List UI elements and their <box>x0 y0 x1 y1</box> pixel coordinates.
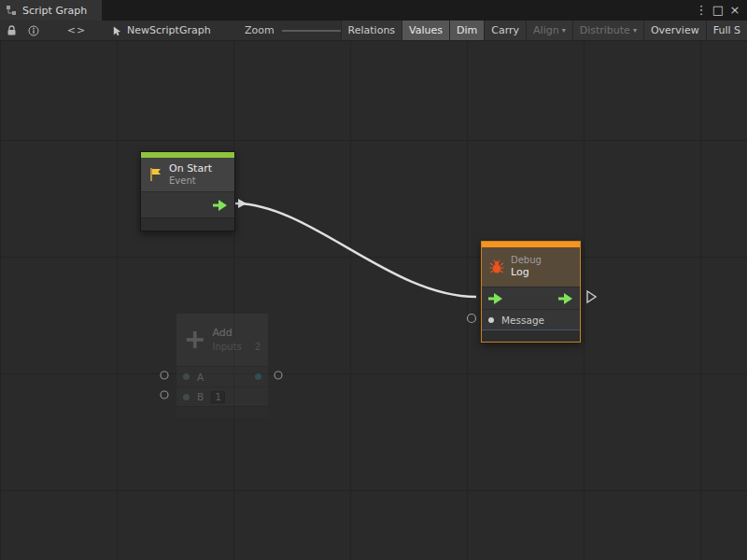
result-output-port-icon[interactable] <box>255 373 261 380</box>
message-port-socket[interactable] <box>468 315 476 323</box>
input-count[interactable]: 2 <box>255 342 261 353</box>
distribute-button[interactable]: Distribute▾ <box>572 21 643 40</box>
port-a-label: A <box>197 371 204 383</box>
output-hint-arrow-icon[interactable] <box>587 291 596 302</box>
node-footer <box>176 406 268 418</box>
node-footer <box>141 217 234 231</box>
chevron-down-icon: ▾ <box>562 26 566 35</box>
node-subtitle: Inputs <box>213 342 242 353</box>
node-on-start[interactable]: On Start Event <box>140 151 235 231</box>
node-title: Add <box>213 327 261 340</box>
trigger-output-port[interactable] <box>558 293 573 304</box>
node-footer <box>482 329 580 342</box>
script-graph-tab-icon <box>6 5 17 16</box>
window-menu-icon[interactable]: ⋮ <box>693 0 710 21</box>
lock-icon[interactable] <box>3 21 20 40</box>
add-input-b-socket[interactable] <box>161 391 168 399</box>
node-header[interactable]: Debug Log <box>482 247 580 287</box>
graph-breadcrumb[interactable]: NewScriptGraph <box>112 21 211 40</box>
close-icon[interactable]: × <box>726 0 743 21</box>
add-output-socket[interactable] <box>275 371 282 379</box>
tab-title: Script Graph <box>22 5 87 17</box>
window-titlebar: Script Graph ⋮ □ × <box>0 0 747 21</box>
trigger-row <box>482 287 580 309</box>
values-button[interactable]: Values <box>402 21 449 40</box>
flag-icon <box>148 167 162 182</box>
wire-source-arrow-icon <box>238 199 247 208</box>
connections-layer <box>0 41 747 560</box>
node-title: On Start <box>169 162 212 175</box>
info-icon[interactable] <box>25 21 42 40</box>
value-port-icon[interactable] <box>183 394 190 400</box>
input-b-row[interactable]: B 1 <box>176 386 268 406</box>
value-port-icon[interactable] <box>488 317 494 323</box>
code-icon[interactable]: <> <box>65 21 88 40</box>
trigger-row <box>141 191 234 217</box>
dim-button[interactable]: Dim <box>449 21 484 40</box>
align-button[interactable]: Align▾ <box>526 21 572 40</box>
plus-icon <box>184 328 206 352</box>
carry-button[interactable]: Carry <box>484 21 526 40</box>
value-port-icon[interactable] <box>183 373 190 380</box>
port-b-value-field[interactable]: 1 <box>211 391 225 403</box>
port-b-label: B <box>197 391 204 402</box>
node-header[interactable]: Add Inputs 2 <box>176 314 268 366</box>
add-input-a-socket[interactable] <box>161 371 168 379</box>
node-debug-log[interactable]: Debug Log Message <box>481 241 581 343</box>
chevron-down-icon: ▾ <box>633 26 637 35</box>
fullscreen-button[interactable]: Full S <box>706 21 747 40</box>
overview-button[interactable]: Overview <box>643 21 706 40</box>
graph-canvas[interactable]: On Start Event <box>0 41 747 560</box>
node-add-dimmed[interactable]: Add Inputs 2 A B 1 <box>176 313 269 419</box>
graph-name: NewScriptGraph <box>127 24 211 36</box>
graph-toolbar: <> NewScriptGraph Zoom 1x Relations Valu… <box>0 21 747 41</box>
zoom-label: Zoom <box>245 24 275 36</box>
tab-script-graph[interactable]: Script Graph <box>0 0 102 21</box>
message-port-label: Message <box>501 315 544 326</box>
connection-wire[interactable] <box>235 203 476 297</box>
input-a-row[interactable]: A <box>176 366 268 386</box>
message-input-row[interactable]: Message <box>482 309 580 329</box>
node-header[interactable]: On Start Event <box>141 158 234 191</box>
cursor-icon <box>112 25 122 36</box>
script-graph-window: Script Graph ⋮ □ × <> New <box>0 0 747 560</box>
node-title: Log <box>511 266 542 279</box>
toolbar-buttons: Relations Values Dim Carry Align▾ Distri… <box>341 21 747 40</box>
maximize-icon[interactable]: □ <box>710 0 726 21</box>
node-subtitle: Event <box>169 175 212 187</box>
trigger-input-port[interactable] <box>488 293 503 304</box>
node-group-label: Debug <box>511 255 542 266</box>
bug-icon <box>489 259 504 274</box>
window-controls: ⋮ □ × <box>693 0 747 21</box>
relations-button[interactable]: Relations <box>341 21 402 40</box>
trigger-output-port[interactable] <box>213 200 228 211</box>
